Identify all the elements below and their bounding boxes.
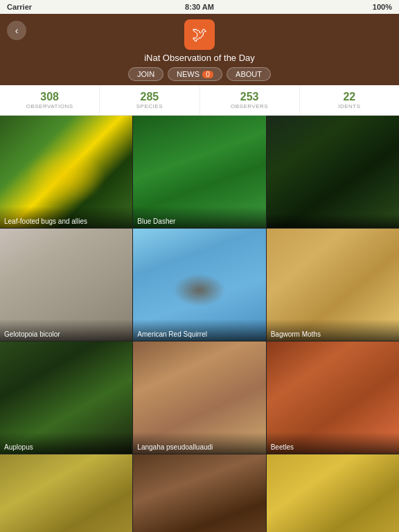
grid-item-5[interactable]: American Red Squirrel: [133, 229, 265, 341]
grid-label-2: Blue Dasher: [133, 206, 265, 228]
species-count: 285: [141, 91, 159, 103]
photo-grid-container: Leaf-footed bugs and allies Blue Dasher …: [0, 116, 399, 532]
photo-grid: Leaf-footed bugs and allies Blue Dasher …: [0, 116, 399, 532]
observers-label: OBSERVERS: [231, 103, 268, 109]
about-button[interactable]: ABOUT: [227, 67, 271, 81]
grid-image-10: [0, 454, 132, 532]
grid-label-4: Gelotopoia bicolor: [0, 319, 132, 341]
grid-label-8: Langaha pseudoalluaudi: [133, 432, 265, 454]
grid-image-11: [133, 454, 265, 532]
news-button[interactable]: NEWS 0: [168, 67, 222, 81]
back-button[interactable]: ‹: [7, 21, 26, 40]
app-logo: 🕊: [184, 19, 215, 50]
grid-label-5: American Red Squirrel: [133, 319, 265, 341]
status-bar: Carrier 8:30 AM 100%: [0, 0, 399, 14]
carrier-label: Carrier: [7, 3, 32, 11]
grid-item-7[interactable]: Auplopus: [0, 342, 132, 454]
grid-item-3[interactable]: [267, 116, 399, 228]
grid-item-2[interactable]: Blue Dasher: [133, 116, 265, 228]
grid-item-6[interactable]: Bagworm Moths: [267, 229, 399, 341]
grid-label-3: [267, 214, 399, 228]
grid-label-9: Beetles: [267, 432, 399, 454]
grid-label-1: Leaf-footed bugs and allies: [0, 206, 132, 228]
battery-label: 100%: [373, 3, 392, 11]
grid-item-10[interactable]: [0, 454, 132, 532]
grid-image-3: [267, 116, 399, 228]
grid-item-11[interactable]: [133, 454, 265, 532]
logo-bird-icon: 🕊: [192, 26, 207, 44]
observers-count: 253: [240, 91, 259, 103]
join-button[interactable]: JOIN: [128, 67, 163, 81]
news-badge: 0: [202, 71, 213, 78]
observations-label: OBSERVATIONS: [26, 103, 73, 109]
grid-label-6: Bagworm Moths: [267, 319, 399, 341]
grid-item-12[interactable]: [267, 454, 399, 532]
grid-item-8[interactable]: Langaha pseudoalluaudi: [133, 342, 265, 454]
app-title: iNat Observation of the Day: [144, 53, 255, 63]
stat-idents: 22 IDENTS: [300, 85, 399, 115]
grid-label-7: Auplopus: [0, 432, 132, 454]
grid-item-4[interactable]: Gelotopoia bicolor: [0, 229, 132, 341]
time-label: 8:30 AM: [185, 3, 214, 11]
stat-observers: 253 OBSERVERS: [200, 85, 300, 115]
grid-item-1[interactable]: Leaf-footed bugs and allies: [0, 116, 132, 228]
grid-image-12: [267, 454, 399, 532]
observations-count: 308: [40, 91, 59, 103]
status-right: 100%: [373, 3, 392, 11]
header-nav: JOIN NEWS 0 ABOUT: [128, 67, 271, 81]
stat-observations: 308 OBSERVATIONS: [0, 85, 100, 115]
species-label: SPECIES: [136, 103, 163, 109]
grid-item-9[interactable]: Beetles: [267, 342, 399, 454]
header: ‹ 🕊 iNat Observation of the Day JOIN NEW…: [0, 14, 399, 85]
idents-label: IDENTS: [338, 103, 360, 109]
stat-species: 285 SPECIES: [100, 85, 200, 115]
idents-count: 22: [343, 91, 355, 103]
stats-bar: 308 OBSERVATIONS 285 SPECIES 253 OBSERVE…: [0, 85, 399, 116]
